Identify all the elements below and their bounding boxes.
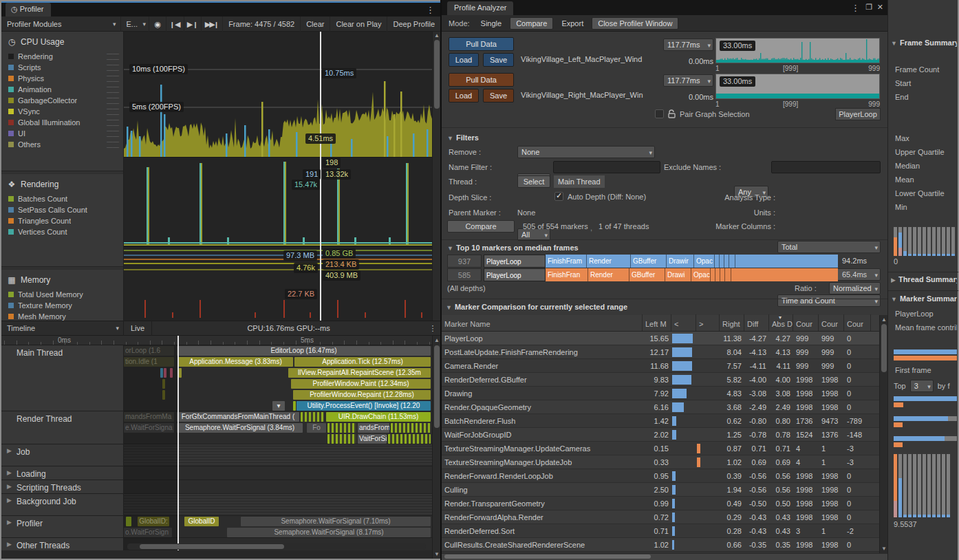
chart-vertical-scrollbar[interactable]: ▲	[432, 32, 440, 321]
column-header-5[interactable]: Diff	[744, 314, 769, 331]
timeline-bar[interactable]	[179, 368, 182, 378]
column-header-8[interactable]: Cour	[819, 314, 844, 331]
timeline-bar[interactable]	[301, 412, 324, 422]
clear-button[interactable]: Clear	[301, 17, 330, 32]
module-item[interactable]: VSync————	[1, 106, 123, 117]
marker-row[interactable]: PostLateUpdate.FinishFrameRendering12.17…	[442, 345, 881, 359]
module-item[interactable]: Rendering————	[1, 51, 123, 62]
clear-on-play-button[interactable]: Clear on Play	[330, 17, 387, 32]
timeline-scroll-thumb[interactable]	[434, 345, 440, 428]
thread-label[interactable]: ▶Scripting Threads	[1, 480, 124, 493]
marker-row[interactable]: TextureStreamingManager.UpdateCameras0.1…	[442, 442, 881, 455]
module-item[interactable]: Others————	[1, 139, 123, 150]
prev-frame-button[interactable]: ❙◀	[166, 17, 184, 32]
module-header-rendering[interactable]: ❖Rendering	[1, 174, 123, 193]
marker-row[interactable]: Render.TransparentGeometry0.990.49-0.500…	[442, 497, 881, 510]
comparison-header[interactable]: ▼Marker Comparison for currently selecte…	[442, 299, 889, 315]
marker-row[interactable]: BatchRenderer.Flush1.420.62-0.800.801736…	[442, 414, 881, 428]
module-item[interactable]: SetPass Calls Count	[1, 204, 123, 215]
column-header-2[interactable]: <	[671, 314, 696, 331]
module-header-memory[interactable]: ▦Memory	[1, 270, 123, 289]
timeline-bar[interactable]	[293, 401, 296, 411]
frame-time-graph[interactable]: 33.00ms	[715, 38, 880, 63]
close-profiler-window-button[interactable]: Close Profiler Window	[592, 17, 678, 30]
top10-marker-segment[interactable]: FinishFram	[546, 255, 587, 268]
timeline-bar[interactable]: Utility.ProcessEvent() [Invoke] (12.20	[297, 401, 431, 411]
pull-data-button[interactable]: Pull Data	[449, 37, 514, 51]
marker-summary-histogram[interactable]	[894, 454, 950, 517]
marker-row[interactable]: RenderForwardAlpha.Render0.720.29-0.430.…	[442, 510, 881, 524]
timeline-bar[interactable]: Application.Tick (12.57ms)	[294, 357, 431, 367]
frame-time-graph[interactable]: 33.00ms	[715, 74, 880, 99]
load-button[interactable]: Load	[449, 53, 479, 67]
top10-row[interactable]: 585PlayerLoopFinishFranRenderGBufferDraw…	[442, 268, 889, 281]
compare-button[interactable]: Compare	[447, 220, 515, 233]
timeline-bar[interactable]: ForGfxCommandsFromMainThread (	[177, 412, 299, 422]
marker-row[interactable]: PlayerLoop15.6511.38-4.274.279999990	[442, 332, 881, 345]
range-dropdown[interactable]: 117.77ms	[663, 39, 713, 51]
module-item[interactable]: Batches Count	[1, 193, 123, 204]
next-frame-button[interactable]: ▶❙	[184, 17, 202, 32]
profiler-menu-icon[interactable]: ⋮	[426, 5, 435, 15]
drag-handle-icon[interactable]: ————	[107, 117, 119, 128]
top10-marker-segment[interactable]	[725, 268, 731, 281]
top10-marker-segment[interactable]: GBuffer	[631, 255, 667, 268]
timeline-bar[interactable]: VaitForSig	[358, 434, 387, 444]
profiler-modules-dropdown[interactable]: Profiler Modules ▾	[1, 17, 121, 32]
thread-label[interactable]: ▶Loading	[1, 466, 124, 480]
marker-row[interactable]: Culling2.501.94-0.560.56199819980	[442, 483, 881, 497]
timeline-bar[interactable]	[391, 423, 431, 433]
timeline-bar[interactable]: llView.RepaintAll.RepaintScene (12.35m	[288, 368, 431, 378]
marker-row[interactable]: RenderDeferred.GBuffer9.835.82-4.004.001…	[442, 373, 881, 387]
timeline-horizontal-scrollbar[interactable]	[127, 543, 426, 550]
module-item[interactable]: Triangles Count	[1, 215, 123, 226]
median-frame-index[interactable]: 585	[447, 268, 482, 281]
live-button[interactable]: Live	[124, 321, 152, 336]
timeline-bar[interactable]: ProfilerWindow.Repaint (12.28ms)	[293, 390, 431, 400]
column-header-6[interactable]: Abs D▾	[769, 314, 793, 331]
timeline-view-dropdown[interactable]: Timeline	[1, 321, 124, 336]
top-n-dropdown[interactable]: 3	[910, 380, 934, 392]
thread-label[interactable]: ▶Background Job	[1, 494, 124, 515]
column-header-3[interactable]: >	[696, 314, 720, 331]
timeline-bar[interactable]: ProfilerWindow.Paint (12.34ms)	[291, 379, 431, 389]
top10-marker-segment[interactable]: GBuffer	[629, 268, 665, 281]
column-header-1[interactable]: Left M	[643, 314, 671, 331]
module-item[interactable]: GarbageCollector————	[1, 95, 123, 106]
top10-marker-segment[interactable]	[720, 255, 724, 268]
thread-label[interactable]: ▶Other Threads	[1, 538, 124, 550]
top10-marker-segment[interactable]: Drawir	[667, 255, 694, 268]
top10-marker-segment[interactable]: Render	[587, 255, 631, 268]
drag-handle-icon[interactable]: ————	[107, 73, 119, 84]
top10-marker-segment[interactable]: Render	[588, 268, 629, 281]
close-icon[interactable]: ✕	[877, 3, 883, 12]
record-button[interactable]: ◉	[149, 17, 166, 32]
thread-summary-header[interactable]: ▶Thread Summary	[891, 275, 957, 283]
timeline-bar[interactable]: UIR.DrawChain (11.53ms)	[326, 412, 431, 422]
thread-select-button[interactable]: Select	[517, 175, 550, 188]
module-item[interactable]: Physics————	[1, 73, 123, 84]
column-header-9[interactable]: Cour	[844, 314, 871, 331]
top10-marker-segment[interactable]: Drawi	[665, 268, 691, 281]
marker-summary-header[interactable]: ▼Marker Summary	[891, 294, 957, 303]
table-vertical-scrollbar[interactable]: ▲ ▼	[879, 315, 887, 553]
deep-profile-button[interactable]: Deep Profile	[387, 17, 440, 32]
top10-marker-segment[interactable]: PlayerLoop	[484, 268, 546, 281]
timeline-bar[interactable]: ▾	[272, 401, 285, 411]
drag-handle-icon[interactable]: ————	[107, 139, 119, 150]
timeline-body[interactable]: 0ms5msorLoop (1.6EditorLoop (16.47ms)tio…	[1, 336, 432, 550]
timeline-vertical-scrollbar[interactable]: ▲ ▼	[432, 336, 440, 559]
median-frame-index[interactable]: 937	[447, 255, 482, 268]
drag-handle-icon[interactable]: ————	[107, 62, 119, 73]
timeline-bar[interactable]	[327, 434, 356, 444]
table-scroll-thumb[interactable]	[881, 324, 887, 372]
marker-row[interactable]: Render.OpaqueGeometry6.163.68-2.492.4919…	[442, 400, 881, 414]
drag-handle-icon[interactable]: ————	[107, 51, 119, 62]
top10-marker-segment[interactable]	[715, 255, 720, 268]
timeline-bar[interactable]: EditorLoop (16.47ms)	[177, 346, 431, 356]
marker-row[interactable]: Camera.Render11.687.57-4.114.119999990	[442, 359, 881, 373]
top10-marker-segment[interactable]	[711, 268, 715, 281]
profiler-chart-area[interactable]: 10ms (100FPS)5ms (200FPS)10.75ms4.51ms19…	[124, 32, 432, 321]
top10-header[interactable]: ▼Top 10 markers on median frames	[447, 244, 579, 252]
module-item[interactable]: Global Illumination————	[1, 117, 123, 128]
